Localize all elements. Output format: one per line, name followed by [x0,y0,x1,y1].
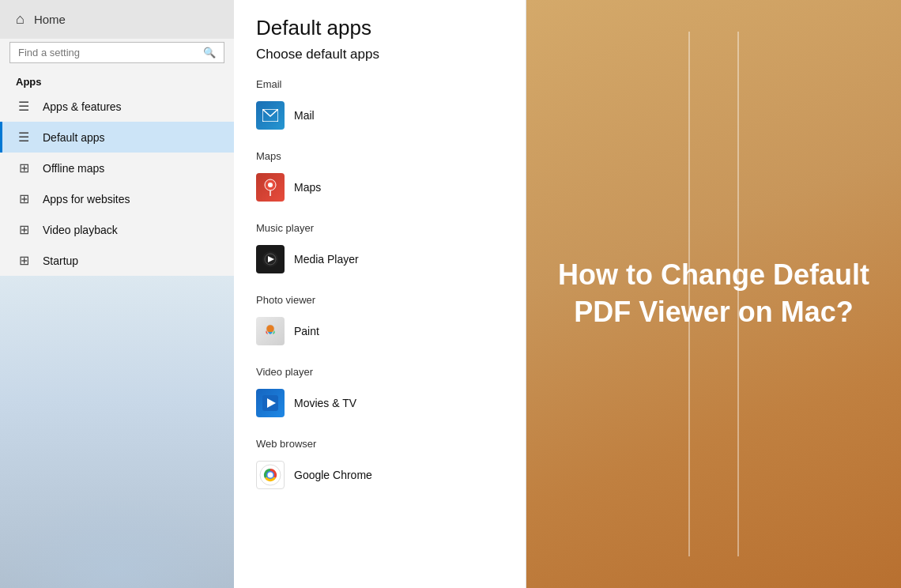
video-player-section: Video player Movies & TV [256,366,503,422]
page-subtitle: Choose default apps [256,47,503,62]
page-title: Default apps [256,16,503,40]
sidebar-item-default-apps[interactable]: ☰ Default apps [0,122,234,153]
sidebar-home-label: Home [34,13,66,26]
video-playback-icon: ⊞ [16,222,32,237]
search-icon: 🔍 [203,47,216,58]
sidebar-search-container: 🔍 [9,42,224,63]
email-app-item[interactable]: Mail [256,96,503,134]
sidebar-item-apps-websites-label: Apps for websites [43,193,130,205]
paint-app-icon [256,317,285,345]
svg-point-7 [266,325,274,333]
sidebar-item-offline-maps[interactable]: ⊞ Offline maps [0,153,234,183]
movies-app-name: Movies & TV [294,397,356,409]
movies-app-icon [256,389,285,417]
sidebar-item-video-playback-label: Video playback [43,224,118,236]
music-player-section-label: Music player [256,222,503,234]
email-section: Email Mail [256,78,503,134]
sidebar-blur [0,493,234,588]
web-browser-section: Web browser Google Chrome [256,438,503,494]
startup-icon: ⊞ [16,253,32,268]
sidebar-item-default-apps-label: Default apps [43,131,105,144]
email-section-label: Email [256,78,503,90]
maps-app-icon [256,173,285,202]
sidebar-item-startup-label: Startup [43,254,78,267]
video-player-app-item[interactable]: Movies & TV [256,384,503,422]
photo-viewer-section-label: Photo viewer [256,294,503,306]
chrome-app-name: Google Chrome [294,469,372,481]
paint-app-name: Paint [294,325,319,337]
maps-app-item[interactable]: Maps [256,168,503,206]
apps-websites-icon: ⊞ [16,191,32,206]
chrome-app-icon [256,461,285,489]
sidebar-section-label: Apps [0,70,234,91]
right-panel-heading: How to Change Default PDF Viewer on Mac? [558,257,869,331]
sidebar-item-video-playback[interactable]: ⊞ Video playback [0,214,234,245]
sidebar: ⌂ Home 🔍 Apps ☰ Apps & features ☰ Defaul… [0,0,234,588]
maps-app-name: Maps [294,181,321,194]
svg-point-12 [268,473,273,478]
search-input[interactable] [18,47,197,58]
default-apps-icon: ☰ [16,130,32,145]
sidebar-item-startup[interactable]: ⊞ Startup [0,245,234,276]
offline-maps-icon: ⊞ [16,160,32,175]
sidebar-decoration [0,276,234,588]
sidebar-item-apps-features-label: Apps & features [43,100,122,113]
main-content: Default apps Choose default apps Email M… [234,0,526,588]
photo-viewer-section: Photo viewer Paint [256,294,503,350]
sidebar-item-offline-maps-label: Offline maps [43,162,104,175]
sidebar-home[interactable]: ⌂ Home [0,0,234,39]
web-browser-app-item[interactable]: Google Chrome [256,456,503,494]
photo-viewer-app-item[interactable]: Paint [256,312,503,350]
music-player-app-item[interactable]: Media Player [256,240,503,278]
home-icon: ⌂ [16,11,25,28]
music-player-section: Music player Media Player [256,222,503,278]
mediaplayer-app-name: Media Player [294,253,359,266]
web-browser-section-label: Web browser [256,438,503,450]
right-panel: How to Change Default PDF Viewer on Mac? [526,0,901,588]
maps-section-label: Maps [256,150,503,162]
svg-point-3 [268,183,273,187]
sidebar-item-apps-features[interactable]: ☰ Apps & features [0,91,234,122]
maps-section: Maps Maps [256,150,503,206]
mail-app-icon [256,101,285,130]
video-player-section-label: Video player [256,366,503,378]
mediaplayer-app-icon [256,245,285,273]
apps-features-icon: ☰ [16,99,32,114]
sidebar-item-apps-websites[interactable]: ⊞ Apps for websites [0,183,234,214]
mail-app-name: Mail [294,109,315,122]
